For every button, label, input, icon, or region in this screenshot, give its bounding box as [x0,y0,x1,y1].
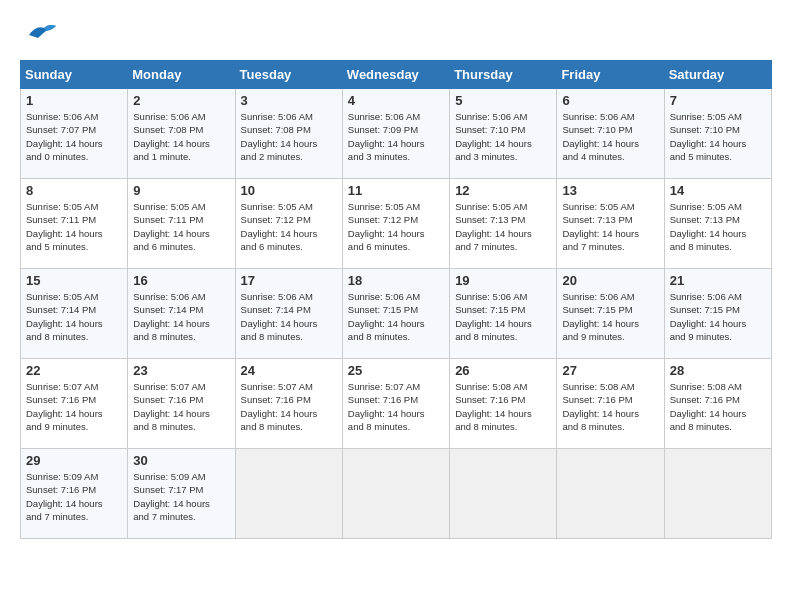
calendar-body: 1Sunrise: 5:06 AM Sunset: 7:07 PM Daylig… [21,89,772,539]
calendar-cell: 25Sunrise: 5:07 AM Sunset: 7:16 PM Dayli… [342,359,449,449]
calendar-cell: 14Sunrise: 5:05 AM Sunset: 7:13 PM Dayli… [664,179,771,269]
day-number: 9 [133,183,229,198]
day-info: Sunrise: 5:09 AM Sunset: 7:16 PM Dayligh… [26,470,122,523]
calendar-cell: 15Sunrise: 5:05 AM Sunset: 7:14 PM Dayli… [21,269,128,359]
day-info: Sunrise: 5:07 AM Sunset: 7:16 PM Dayligh… [133,380,229,433]
day-number: 7 [670,93,766,108]
calendar-cell: 1Sunrise: 5:06 AM Sunset: 7:07 PM Daylig… [21,89,128,179]
weekday-friday: Friday [557,61,664,89]
weekday-thursday: Thursday [450,61,557,89]
day-number: 22 [26,363,122,378]
calendar-week-2: 8Sunrise: 5:05 AM Sunset: 7:11 PM Daylig… [21,179,772,269]
day-number: 18 [348,273,444,288]
day-number: 20 [562,273,658,288]
weekday-tuesday: Tuesday [235,61,342,89]
weekday-monday: Monday [128,61,235,89]
day-info: Sunrise: 5:06 AM Sunset: 7:08 PM Dayligh… [133,110,229,163]
day-info: Sunrise: 5:05 AM Sunset: 7:13 PM Dayligh… [670,200,766,253]
day-info: Sunrise: 5:05 AM Sunset: 7:13 PM Dayligh… [562,200,658,253]
day-info: Sunrise: 5:06 AM Sunset: 7:07 PM Dayligh… [26,110,122,163]
day-number: 16 [133,273,229,288]
day-info: Sunrise: 5:06 AM Sunset: 7:14 PM Dayligh… [241,290,337,343]
day-info: Sunrise: 5:06 AM Sunset: 7:10 PM Dayligh… [562,110,658,163]
day-info: Sunrise: 5:06 AM Sunset: 7:15 PM Dayligh… [670,290,766,343]
calendar-cell: 23Sunrise: 5:07 AM Sunset: 7:16 PM Dayli… [128,359,235,449]
day-number: 2 [133,93,229,108]
calendar-cell [450,449,557,539]
day-number: 13 [562,183,658,198]
day-number: 5 [455,93,551,108]
weekday-sunday: Sunday [21,61,128,89]
calendar-cell: 19Sunrise: 5:06 AM Sunset: 7:15 PM Dayli… [450,269,557,359]
calendar-cell: 21Sunrise: 5:06 AM Sunset: 7:15 PM Dayli… [664,269,771,359]
calendar-cell: 27Sunrise: 5:08 AM Sunset: 7:16 PM Dayli… [557,359,664,449]
day-info: Sunrise: 5:06 AM Sunset: 7:15 PM Dayligh… [562,290,658,343]
calendar-cell: 13Sunrise: 5:05 AM Sunset: 7:13 PM Dayli… [557,179,664,269]
weekday-saturday: Saturday [664,61,771,89]
calendar-cell: 4Sunrise: 5:06 AM Sunset: 7:09 PM Daylig… [342,89,449,179]
calendar-cell: 5Sunrise: 5:06 AM Sunset: 7:10 PM Daylig… [450,89,557,179]
calendar-cell [664,449,771,539]
calendar-cell: 17Sunrise: 5:06 AM Sunset: 7:14 PM Dayli… [235,269,342,359]
calendar-cell: 22Sunrise: 5:07 AM Sunset: 7:16 PM Dayli… [21,359,128,449]
calendar-cell: 6Sunrise: 5:06 AM Sunset: 7:10 PM Daylig… [557,89,664,179]
calendar-cell [557,449,664,539]
day-number: 3 [241,93,337,108]
day-info: Sunrise: 5:05 AM Sunset: 7:11 PM Dayligh… [26,200,122,253]
calendar-table: SundayMondayTuesdayWednesdayThursdayFrid… [20,60,772,539]
day-info: Sunrise: 5:06 AM Sunset: 7:09 PM Dayligh… [348,110,444,163]
day-info: Sunrise: 5:08 AM Sunset: 7:16 PM Dayligh… [670,380,766,433]
calendar-cell: 12Sunrise: 5:05 AM Sunset: 7:13 PM Dayli… [450,179,557,269]
day-info: Sunrise: 5:05 AM Sunset: 7:13 PM Dayligh… [455,200,551,253]
day-number: 26 [455,363,551,378]
calendar-cell: 24Sunrise: 5:07 AM Sunset: 7:16 PM Dayli… [235,359,342,449]
calendar-cell: 18Sunrise: 5:06 AM Sunset: 7:15 PM Dayli… [342,269,449,359]
day-info: Sunrise: 5:08 AM Sunset: 7:16 PM Dayligh… [562,380,658,433]
calendar-cell: 10Sunrise: 5:05 AM Sunset: 7:12 PM Dayli… [235,179,342,269]
day-number: 11 [348,183,444,198]
day-info: Sunrise: 5:08 AM Sunset: 7:16 PM Dayligh… [455,380,551,433]
day-info: Sunrise: 5:05 AM Sunset: 7:12 PM Dayligh… [348,200,444,253]
calendar-cell: 16Sunrise: 5:06 AM Sunset: 7:14 PM Dayli… [128,269,235,359]
calendar-cell: 2Sunrise: 5:06 AM Sunset: 7:08 PM Daylig… [128,89,235,179]
calendar-week-5: 29Sunrise: 5:09 AM Sunset: 7:16 PM Dayli… [21,449,772,539]
day-number: 21 [670,273,766,288]
day-number: 8 [26,183,122,198]
weekday-header-row: SundayMondayTuesdayWednesdayThursdayFrid… [21,61,772,89]
day-info: Sunrise: 5:06 AM Sunset: 7:14 PM Dayligh… [133,290,229,343]
day-info: Sunrise: 5:06 AM Sunset: 7:15 PM Dayligh… [348,290,444,343]
day-info: Sunrise: 5:06 AM Sunset: 7:15 PM Dayligh… [455,290,551,343]
day-info: Sunrise: 5:09 AM Sunset: 7:17 PM Dayligh… [133,470,229,523]
day-info: Sunrise: 5:05 AM Sunset: 7:11 PM Dayligh… [133,200,229,253]
day-number: 25 [348,363,444,378]
calendar-cell: 9Sunrise: 5:05 AM Sunset: 7:11 PM Daylig… [128,179,235,269]
calendar-cell: 7Sunrise: 5:05 AM Sunset: 7:10 PM Daylig… [664,89,771,179]
day-info: Sunrise: 5:05 AM Sunset: 7:12 PM Dayligh… [241,200,337,253]
calendar-cell: 8Sunrise: 5:05 AM Sunset: 7:11 PM Daylig… [21,179,128,269]
day-info: Sunrise: 5:05 AM Sunset: 7:14 PM Dayligh… [26,290,122,343]
day-info: Sunrise: 5:06 AM Sunset: 7:10 PM Dayligh… [455,110,551,163]
day-info: Sunrise: 5:07 AM Sunset: 7:16 PM Dayligh… [241,380,337,433]
day-number: 23 [133,363,229,378]
calendar-cell [342,449,449,539]
day-number: 24 [241,363,337,378]
day-number: 30 [133,453,229,468]
day-number: 27 [562,363,658,378]
day-number: 15 [26,273,122,288]
calendar-cell: 28Sunrise: 5:08 AM Sunset: 7:16 PM Dayli… [664,359,771,449]
calendar-cell: 30Sunrise: 5:09 AM Sunset: 7:17 PM Dayli… [128,449,235,539]
logo-bird-icon [24,20,59,50]
calendar-cell: 3Sunrise: 5:06 AM Sunset: 7:08 PM Daylig… [235,89,342,179]
calendar-cell: 29Sunrise: 5:09 AM Sunset: 7:16 PM Dayli… [21,449,128,539]
logo [20,20,59,50]
weekday-wednesday: Wednesday [342,61,449,89]
day-number: 29 [26,453,122,468]
day-number: 1 [26,93,122,108]
day-info: Sunrise: 5:07 AM Sunset: 7:16 PM Dayligh… [348,380,444,433]
day-number: 6 [562,93,658,108]
day-number: 12 [455,183,551,198]
day-number: 14 [670,183,766,198]
day-info: Sunrise: 5:07 AM Sunset: 7:16 PM Dayligh… [26,380,122,433]
calendar-week-4: 22Sunrise: 5:07 AM Sunset: 7:16 PM Dayli… [21,359,772,449]
day-info: Sunrise: 5:05 AM Sunset: 7:10 PM Dayligh… [670,110,766,163]
